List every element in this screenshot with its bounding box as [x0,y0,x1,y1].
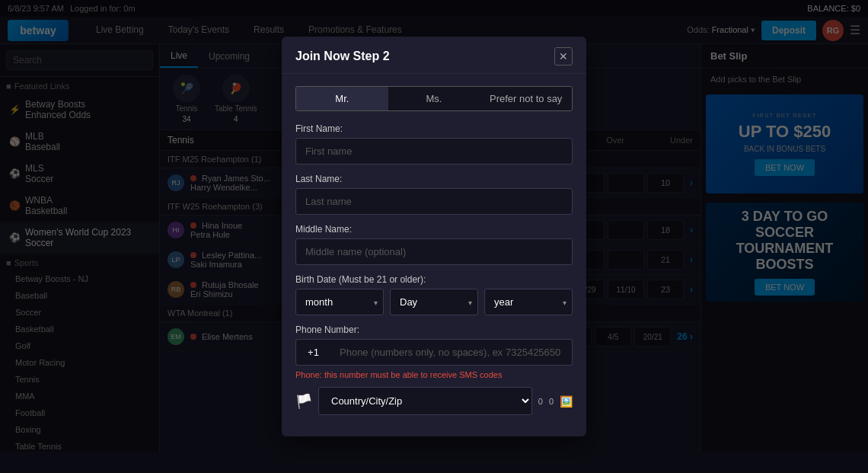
middle-name-label: Middle Name: [295,224,573,235]
modal-close-button[interactable]: ✕ [554,47,573,66]
birth-year-field: year ▾ [484,289,573,315]
birth-date-label: Birth Date (Must be 21 or older): [295,274,573,285]
birth-year-select[interactable]: year [484,289,573,315]
phone-row: +1 [295,339,573,366]
birth-month-select[interactable]: month January February March April May J… [295,289,384,315]
score1: 0 [538,397,543,406]
birth-date-row: month January February March April May J… [295,289,573,315]
birth-day-field: Day ▾ [390,289,478,315]
phone-label: Phone Number: [295,324,573,335]
birth-month-wrapper: month January February March April May J… [295,289,384,315]
modal-overlay[interactable]: Join Now Step 2 ✕ Mr. Ms. Prefer not to … [0,0,868,473]
country-flag-icon: 🏳️ [295,393,312,410]
modal-title: Join Now Step 2 [295,50,390,63]
birth-month-field: month January February March April May J… [295,289,384,315]
phone-prefix: +1 [295,339,330,366]
gender-tab-mr[interactable]: Mr. [296,87,388,110]
last-name-label: Last Name: [295,174,573,184]
phone-error-message: Phone: this number must be able to recei… [295,370,573,379]
join-now-modal: Join Now Step 2 ✕ Mr. Ms. Prefer not to … [282,37,586,436]
score2: 0 [549,397,554,406]
first-name-label: First Name: [295,123,573,134]
birth-year-wrapper: year ▾ [484,289,573,315]
country-select[interactable]: Country/City/Zip [318,387,532,415]
gender-tabs: Mr. Ms. Prefer not to say [295,86,573,111]
middle-name-input[interactable] [295,238,573,265]
birth-day-select[interactable]: Day [390,289,478,315]
score-icon: 🖼️ [560,395,573,407]
gender-tab-prefer-not[interactable]: Prefer not to say [480,87,572,110]
last-name-input[interactable] [295,188,573,215]
gender-tab-ms[interactable]: Ms. [388,87,480,110]
first-name-input[interactable] [295,138,573,165]
modal-body: Mr. Ms. Prefer not to say First Name: La… [282,74,586,436]
birth-day-wrapper: Day ▾ [390,289,478,315]
country-row: 🏳️ Country/City/Zip 0 0 🖼️ [295,387,573,415]
modal-header: Join Now Step 2 ✕ [282,37,586,74]
phone-input[interactable] [330,339,573,366]
